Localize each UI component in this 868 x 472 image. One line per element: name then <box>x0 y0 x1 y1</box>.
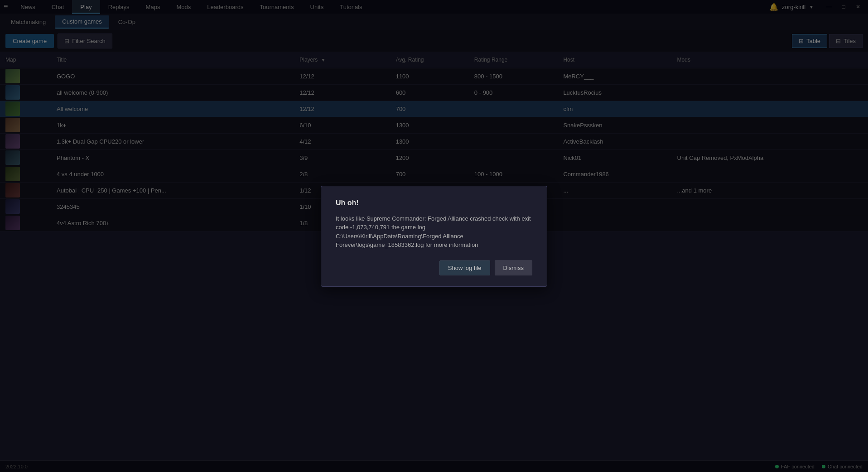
crash-dialog: Uh oh! It looks like Supreme Commander: … <box>321 186 547 287</box>
show-log-file-button[interactable]: Show log file <box>439 260 490 275</box>
dialog-title: Uh oh! <box>336 199 532 207</box>
dialog-overlay: Uh oh! It looks like Supreme Commander: … <box>0 0 868 472</box>
dialog-body: It looks like Supreme Commander: Forged … <box>336 214 532 250</box>
dialog-actions: Show log file Dismiss <box>336 260 532 275</box>
dismiss-button[interactable]: Dismiss <box>495 260 533 275</box>
